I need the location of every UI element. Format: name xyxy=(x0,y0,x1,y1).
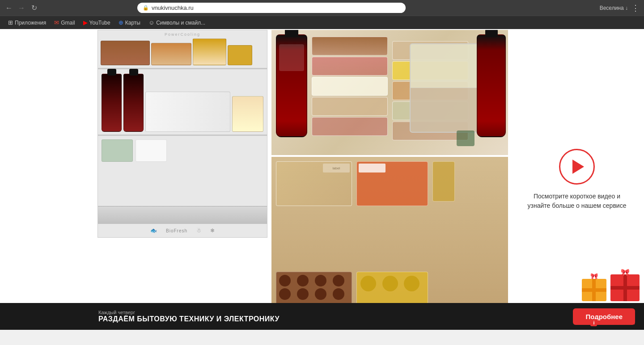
stack-box-2 xyxy=(312,57,388,76)
fridge-second-shelf xyxy=(98,70,267,134)
forward-button[interactable]: → xyxy=(17,4,26,13)
casserole-box: label xyxy=(276,161,352,206)
url-text: vnukivnuchka.ru xyxy=(152,4,194,11)
fridge-bottom-icons: 🐟 BioFresh ☃ ❄ xyxy=(150,227,215,234)
meatball xyxy=(315,288,326,300)
video-desc-line2: узнайте больше о нашем сервисе xyxy=(528,202,627,209)
page-content: PowerCooling xyxy=(0,29,644,330)
food-texture xyxy=(276,162,352,206)
bookmark-maps[interactable]: ⊕ Карты xyxy=(115,18,144,27)
container-bottom-half xyxy=(411,88,480,132)
meatballs-grid xyxy=(276,272,352,303)
small-container-2 xyxy=(136,139,167,162)
youtube-icon: ▶ xyxy=(83,19,88,26)
container-4 xyxy=(228,45,252,65)
meatball xyxy=(333,288,344,300)
bookmark-youtube-label: YouTube xyxy=(89,20,110,26)
fridge-image: PowerCooling xyxy=(97,30,267,238)
left-column: PowerCooling xyxy=(97,29,270,330)
fridge-icon-2: ☃ xyxy=(196,227,201,234)
back-button[interactable]: ← xyxy=(4,4,13,13)
stack-box-1 xyxy=(312,37,388,55)
apps-icon: ⊞ xyxy=(8,19,13,26)
shelf-divider-2 xyxy=(98,135,267,136)
stack-box-4 xyxy=(312,97,388,116)
lock-icon: 🔒 xyxy=(143,5,149,11)
bookmark-symbols[interactable]: ☺ Символы и смайл... xyxy=(145,18,209,27)
symbols-icon: ☺ xyxy=(148,19,154,26)
ad-banner: Каждый четверг РАЗДАЁМ БЫТОВУЮ ТЕХНИКУ И… xyxy=(0,303,644,330)
video-play-area: Посмотрите короткое видео и узнайте боль… xyxy=(528,149,627,210)
potatoes-grid xyxy=(357,272,428,295)
bookmark-apps-label: Приложения xyxy=(15,20,46,26)
gmail-icon: ✉ xyxy=(54,19,59,26)
small-green-cup xyxy=(457,130,475,146)
potato xyxy=(360,276,376,291)
reload-button[interactable]: ↻ xyxy=(30,4,38,13)
right-column: Посмотрите короткое видео и узнайте боль… xyxy=(510,29,644,330)
container-yellow xyxy=(232,96,263,132)
large-container-right xyxy=(410,43,481,133)
ad-text-area: Каждый четверг РАЗДАЁМ БЫТОВУЮ ТЕХНИКУ И… xyxy=(98,310,280,323)
container-stack-1 xyxy=(312,37,388,136)
bookmarks-bar: ⊞ Приложения ✉ Gmail ▶ YouTube ⊕ Карты ☺… xyxy=(0,16,644,29)
irecommend-logo: i irecommend.ru xyxy=(590,320,635,325)
container-1 xyxy=(101,41,150,65)
small-container-1 xyxy=(102,139,133,162)
potato xyxy=(404,276,419,291)
gifts-decoration: 🎀 🎀 xyxy=(582,274,640,303)
browser-toolbar: ← → ↻ 🔒 vnukivnuchka.ru Веселина ↓ ⋮ xyxy=(0,0,644,16)
stack-box-5 xyxy=(312,117,388,136)
container-3 xyxy=(193,38,226,65)
address-bar[interactable]: 🔒 vnukivnuchka.ru xyxy=(137,3,406,13)
video-desc-line1: Посмотрите короткое видео и xyxy=(534,193,620,200)
middle-column: label xyxy=(270,29,510,330)
food-containers-image xyxy=(271,30,508,155)
play-triangle-icon xyxy=(572,160,584,174)
bottle-2 xyxy=(123,74,144,132)
sauce-label xyxy=(359,164,386,172)
sauce-box xyxy=(356,161,428,206)
meatball xyxy=(279,288,291,300)
bottle-label xyxy=(279,44,304,71)
ad-subtitle: Каждый четверг xyxy=(98,310,280,315)
ad-title: РАЗДАЁМ БЫТОВУЮ ТЕХНИКУ И ЭЛЕКТРОНИКУ xyxy=(98,315,280,323)
main-layout: PowerCooling xyxy=(0,29,644,330)
profile-name[interactable]: Веселина ↓ xyxy=(600,5,628,11)
maps-icon: ⊕ xyxy=(119,19,123,26)
meatball xyxy=(279,275,291,286)
container-2 xyxy=(151,43,191,65)
browser-chrome: ← → ↻ 🔒 vnukivnuchka.ru Веселина ↓ ⋮ ⊞ П… xyxy=(0,0,644,29)
bookmark-apps[interactable]: ⊞ Приложения xyxy=(4,18,50,27)
bookmark-gmail[interactable]: ✉ Gmail xyxy=(51,18,78,27)
bookmark-youtube[interactable]: ▶ YouTube xyxy=(80,18,114,27)
fridge-bottom-area xyxy=(98,137,267,164)
left-containers: label xyxy=(276,161,352,206)
bookmark-symbols-label: Символы и смайл... xyxy=(156,20,205,26)
potato xyxy=(382,276,398,291)
fridge-icon-1: 🐟 xyxy=(150,227,157,234)
video-description: Посмотрите короткое видео и узнайте боль… xyxy=(528,192,627,210)
bookmark-gmail-label: Gmail xyxy=(61,20,75,26)
menu-dots[interactable]: ⋮ xyxy=(631,3,640,13)
bookmark-maps-label: Карты xyxy=(125,20,140,26)
stack-box-3 xyxy=(312,77,388,96)
fridge-icon-3: ❄ xyxy=(210,227,215,234)
meatball xyxy=(297,275,309,286)
shelf-divider-1 xyxy=(98,68,267,69)
profile-area: Веселина ↓ ⋮ xyxy=(600,3,640,13)
meatball xyxy=(315,275,326,286)
bottle-right xyxy=(477,34,506,137)
biofresh-drawer xyxy=(98,206,267,224)
meatball xyxy=(333,275,344,286)
meatball xyxy=(297,288,309,300)
container-top-half xyxy=(411,44,480,88)
bottle-left xyxy=(276,34,307,137)
container-rice xyxy=(145,92,230,132)
curry-small xyxy=(432,161,455,202)
bottle-1 xyxy=(102,74,122,132)
biofresh-text: BioFresh xyxy=(166,228,187,233)
powercooling-label: PowerCooling xyxy=(165,32,200,37)
play-button[interactable] xyxy=(559,149,595,185)
